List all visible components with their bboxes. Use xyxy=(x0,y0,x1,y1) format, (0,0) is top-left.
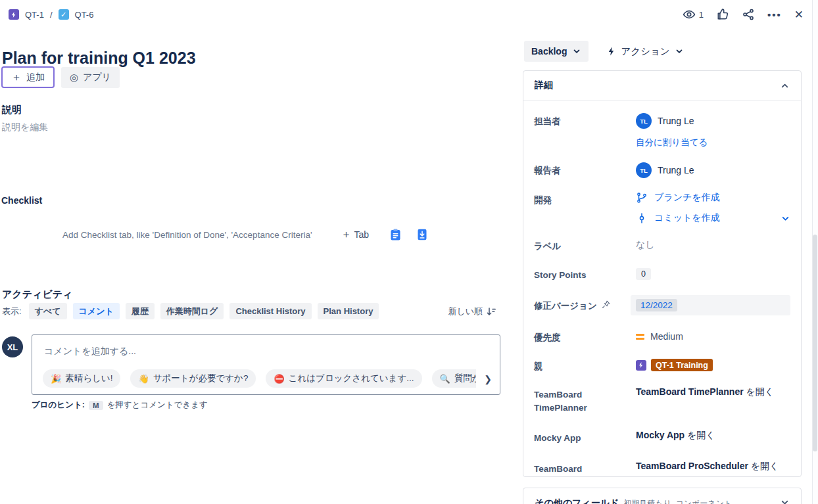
timeplanner-link-text: TeamBoard TimePlanner xyxy=(636,386,744,397)
more-actions-button[interactable]: ••• xyxy=(767,9,782,20)
filter-tab-checklist-history[interactable]: Checklist History xyxy=(229,303,311,319)
description-edit-placeholder[interactable]: 説明を編集 xyxy=(2,122,48,133)
create-branch-link[interactable]: ブランチを作成 xyxy=(636,192,790,204)
comment-composer: XL 🎉 素晴らしい! 👋 サポートが必要ですか? ⛔ これはブロックされていま… xyxy=(2,334,500,395)
like-button[interactable] xyxy=(716,8,729,21)
reporter-avatar: TL xyxy=(636,162,652,178)
field-row-development: 開発 ブランチを作成 コミットを作成 xyxy=(534,192,790,224)
plus-icon: ＋ xyxy=(341,229,352,240)
party-popper-icon: 🎉 xyxy=(51,374,61,384)
filter-tab-worklog[interactable]: 作業時間ログ xyxy=(160,303,224,319)
timeplanner-label: TeamBoard TimePlanner xyxy=(534,386,636,414)
details-panel-header[interactable]: 詳細 xyxy=(523,71,801,101)
breadcrumb-current-key[interactable]: QT-6 xyxy=(75,10,94,20)
quick-reply-label: これはブロックされています... xyxy=(289,373,414,384)
development-expand-button[interactable] xyxy=(781,214,790,223)
magnifier-icon: 🔍 xyxy=(440,374,450,384)
share-button[interactable] xyxy=(742,8,755,21)
field-row-labels: ラベル なし xyxy=(534,238,790,253)
open-suffix: を開く xyxy=(748,461,779,471)
chevron-up-icon xyxy=(780,81,790,91)
status-action-row: Backlog アクション xyxy=(524,41,686,62)
quick-reply-blocked[interactable]: ⛔ これはブロックされています... xyxy=(266,369,421,388)
labels-value[interactable]: なし xyxy=(636,239,790,251)
filter-tab-plan-history[interactable]: Plan History xyxy=(318,303,379,319)
checklist-import-button[interactable] xyxy=(418,229,427,241)
checklist-template-button[interactable] xyxy=(391,229,400,241)
breadcrumb-parent-key[interactable]: QT-1 xyxy=(25,10,44,20)
assignee-label: 担当者 xyxy=(534,113,636,128)
lightning-bolt-icon xyxy=(607,46,616,57)
assignee-value[interactable]: TL Trung Le xyxy=(636,113,790,129)
more-fields-subtext: 初期見積もり, コンポーネント xyxy=(623,498,732,504)
filter-tab-comments[interactable]: コメント xyxy=(73,303,120,319)
field-row-story-points: Story Points 0 xyxy=(534,267,790,282)
comment-input[interactable] xyxy=(43,345,477,357)
quick-reply-label: 素晴らしい! xyxy=(65,373,112,384)
mocky-app-label: Mocky App xyxy=(534,430,636,445)
development-label: 開発 xyxy=(534,192,636,207)
field-row-fix-versions: 修正バージョン 12/2022 xyxy=(534,295,790,315)
assignee-name: Trung Le xyxy=(658,116,694,126)
share-icon xyxy=(742,8,755,21)
fix-version-chip[interactable]: 12/2022 xyxy=(636,299,677,311)
quick-reply-looks-great[interactable]: 🎉 素晴らしい! xyxy=(43,369,120,388)
field-row-assignee: 担当者 TL Trung Le 自分に割り当てる xyxy=(534,113,790,149)
more-fields-panel[interactable]: その他のフィールド 初期見積もり, コンポーネント xyxy=(523,488,802,504)
story-points-value[interactable]: 0 xyxy=(636,268,651,280)
scrollbar-thumb[interactable] xyxy=(813,235,817,451)
filter-tab-all[interactable]: すべて xyxy=(29,303,67,319)
parent-value[interactable]: QT-1 Training xyxy=(636,359,790,371)
page-scrollbar[interactable] xyxy=(812,0,818,504)
waving-hand-icon: 👋 xyxy=(138,374,149,384)
assign-to-me-link[interactable]: 自分に割り当てる xyxy=(636,137,708,149)
comment-box[interactable]: 🎉 素晴らしい! 👋 サポートが必要ですか? ⛔ これはブロックされています..… xyxy=(32,334,500,395)
priority-value[interactable]: Medium xyxy=(636,331,790,342)
open-proscheduler-link[interactable]: TeamBoard ProScheduler を開く xyxy=(636,461,790,472)
activity-heading: アクティビティ xyxy=(2,288,72,301)
clipboard-icon xyxy=(391,229,400,241)
fix-versions-label: 修正バージョン xyxy=(534,298,636,313)
add-checklist-tab-button[interactable]: ＋ Tab xyxy=(341,229,370,240)
open-timeplanner-link[interactable]: TeamBoard TimePlanner を開く xyxy=(636,386,790,398)
checklist-empty-row: Add Checklist tab, like 'Definition of D… xyxy=(62,229,427,241)
quick-reply-label: 質問か xyxy=(454,373,476,384)
parent-label: 親 xyxy=(534,358,636,373)
close-button[interactable]: ✕ xyxy=(794,8,804,22)
create-commit-label: コミットを作成 xyxy=(654,212,720,224)
current-user-avatar[interactable]: XL xyxy=(2,336,23,357)
mocky-app-link-text: Mocky App xyxy=(636,430,685,440)
reporter-label: 報告者 xyxy=(534,162,636,177)
reporter-name: Trung Le xyxy=(658,165,694,175)
status-dropdown-button[interactable]: Backlog xyxy=(524,41,589,62)
fix-versions-label-text: 修正バージョン xyxy=(534,300,597,313)
epic-issue-type-icon xyxy=(9,9,19,20)
chevron-down-icon xyxy=(780,497,790,504)
details-panel-body: 担当者 TL Trung Le 自分に割り当てる 報告者 TL Trung Le… xyxy=(523,101,801,477)
quick-reply-label: サポートが必要ですか? xyxy=(153,373,249,384)
create-commit-link[interactable]: コミットを作成 xyxy=(636,212,790,224)
quick-reply-need-help[interactable]: 👋 サポートが必要ですか? xyxy=(130,369,256,388)
quick-reply-question[interactable]: 🔍 質問か xyxy=(432,369,476,388)
assignee-avatar: TL xyxy=(636,113,652,129)
apps-button[interactable]: ◎ アプリ xyxy=(61,67,120,88)
watchers-count: 1 xyxy=(699,10,704,20)
description-heading: 説明 xyxy=(2,104,22,116)
actions-dropdown-button[interactable]: アクション xyxy=(604,41,686,62)
pro-tip-prefix: プロのヒント: xyxy=(32,400,85,411)
quick-reply-overflow-button[interactable]: ❯ xyxy=(484,374,492,384)
filter-tab-history[interactable]: 履歴 xyxy=(126,303,155,319)
watch-control[interactable]: 1 xyxy=(683,8,704,21)
task-issue-type-icon: ✓ xyxy=(59,9,69,20)
add-button[interactable]: ＋ 追加 xyxy=(1,66,55,88)
parent-epic-badge[interactable]: QT-1 Training xyxy=(651,359,713,371)
open-mocky-app-link[interactable]: Mocky App を開く xyxy=(636,430,790,442)
labels-label: ラベル xyxy=(534,238,636,253)
details-panel: 詳細 担当者 TL Trung Le 自分に割り当てる 報告者 TL Trung… xyxy=(523,70,802,477)
sort-order-button[interactable]: 新しい順 xyxy=(448,306,496,317)
fix-versions-field[interactable]: 12/2022 xyxy=(631,295,790,315)
story-points-label: Story Points xyxy=(534,267,636,282)
reporter-value[interactable]: TL Trung Le xyxy=(636,162,790,178)
git-branch-icon xyxy=(636,192,648,204)
open-suffix: を開く xyxy=(685,430,715,440)
